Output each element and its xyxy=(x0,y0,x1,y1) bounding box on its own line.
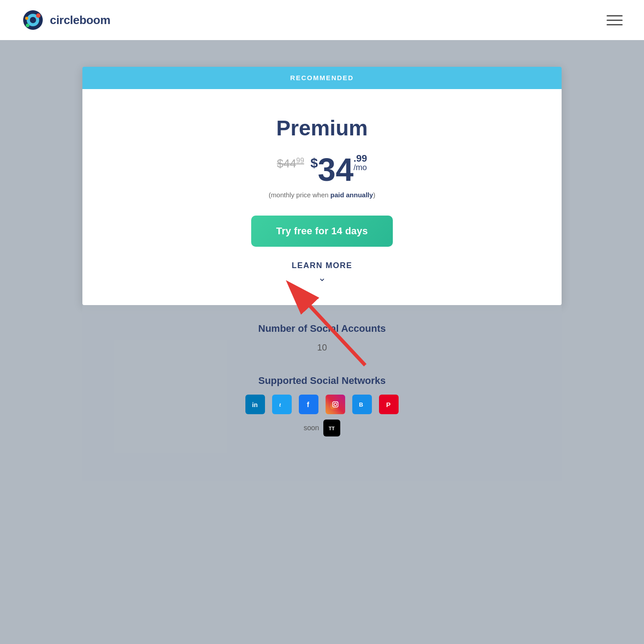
old-price: $4499 xyxy=(277,157,304,171)
svg-text:TT: TT xyxy=(329,426,335,431)
social-accounts-label: Number of Social Accounts xyxy=(100,323,544,334)
new-price: $ 34 .99 /mo xyxy=(310,154,367,186)
social-icons-row: in t f B P xyxy=(100,395,544,414)
social-networks-feature: Supported Social Networks in t f xyxy=(100,375,544,436)
pinterest-icon: P xyxy=(379,395,399,414)
svg-point-4 xyxy=(26,24,29,27)
chevron-down-icon: ⌄ xyxy=(318,273,326,283)
learn-more-text: LEARN MORE xyxy=(292,261,352,270)
try-free-button[interactable]: Try free for 14 days xyxy=(251,216,393,247)
facebook-icon: f xyxy=(299,395,318,414)
svg-point-5 xyxy=(25,17,29,20)
logo-text: circleboom xyxy=(50,13,110,27)
soon-text: soon xyxy=(304,424,319,432)
recommended-banner: RECOMMENDED xyxy=(82,67,562,89)
social-accounts-value: 10 xyxy=(100,342,544,353)
learn-more-link[interactable]: LEARN MORE ⌄ xyxy=(292,261,352,283)
svg-point-3 xyxy=(36,13,41,18)
features-section: Number of Social Accounts 10 Supported S… xyxy=(82,305,562,481)
tiktok-icon: TT xyxy=(323,420,340,436)
page-background: RECOMMENDED Premium $4499 $ 34 .99 /mo xyxy=(0,40,644,517)
hamburger-line-1 xyxy=(607,15,623,16)
svg-text:B: B xyxy=(359,401,363,408)
pricing-card: RECOMMENDED Premium $4499 $ 34 .99 /mo xyxy=(82,67,562,305)
logo-area: circleboom xyxy=(21,8,110,32)
svg-point-2 xyxy=(30,17,36,23)
svg-text:P: P xyxy=(386,401,391,408)
svg-text:f: f xyxy=(307,401,310,408)
price-period: /mo xyxy=(354,163,367,171)
plan-name: Premium xyxy=(276,116,367,140)
svg-rect-12 xyxy=(330,399,340,409)
social-networks-label: Supported Social Networks xyxy=(100,375,544,387)
logo-icon xyxy=(21,8,45,32)
hamburger-line-2 xyxy=(607,20,623,21)
instagram-icon xyxy=(326,395,345,414)
price-main-number: 34 xyxy=(318,154,354,186)
navbar: circleboom xyxy=(0,0,644,40)
svg-text:in: in xyxy=(252,401,257,408)
pricing-card-body: Premium $4499 $ 34 .99 /mo (monthly pric… xyxy=(82,89,562,305)
linkedin-icon: in xyxy=(245,395,265,414)
price-note: (monthly price when paid annually) xyxy=(269,191,375,199)
price-row: $4499 $ 34 .99 /mo xyxy=(277,154,367,186)
recommended-label: RECOMMENDED xyxy=(290,74,354,82)
price-dollar-sign: $ xyxy=(310,156,318,170)
soon-row: soon TT xyxy=(100,420,544,436)
social-accounts-feature: Number of Social Accounts 10 xyxy=(100,323,544,353)
twitter-icon: t xyxy=(272,395,292,414)
buffer-icon: B xyxy=(352,395,372,414)
svg-point-15 xyxy=(337,402,338,403)
svg-text:t: t xyxy=(279,401,281,408)
price-cents: .99 xyxy=(354,154,367,163)
hamburger-menu[interactable] xyxy=(607,15,623,25)
price-cents-period: .99 /mo xyxy=(354,154,367,171)
svg-rect-8 xyxy=(277,399,287,409)
hamburger-line-3 xyxy=(607,24,623,25)
